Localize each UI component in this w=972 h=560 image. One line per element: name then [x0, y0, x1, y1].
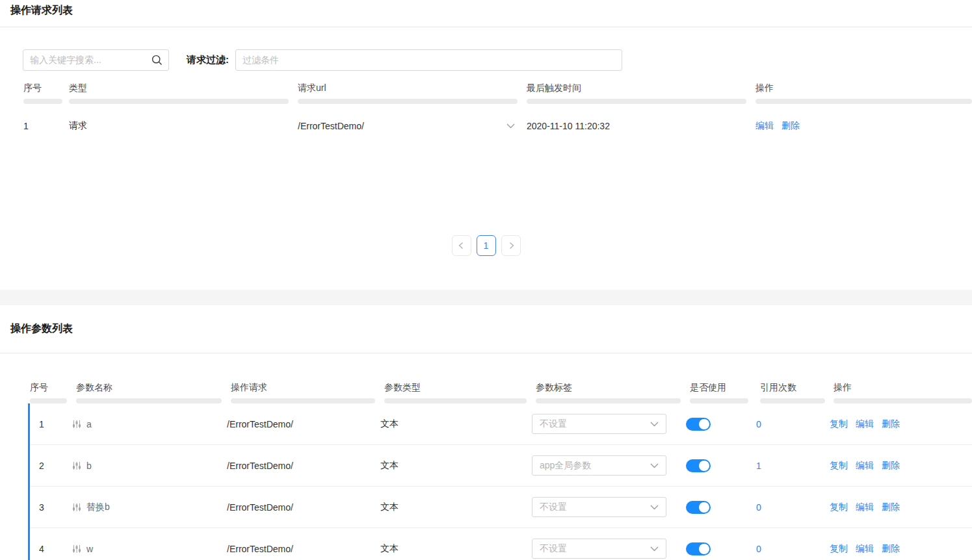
sliders-icon — [72, 461, 81, 470]
table-row: 2b/ErrorTestDemo/文本app全局参数1复制编辑删除 — [30, 445, 972, 487]
edit-link[interactable]: 编辑 — [856, 460, 874, 472]
header-underline-bar — [834, 398, 972, 403]
request-filter-input[interactable] — [235, 49, 622, 71]
toggle-knob — [699, 419, 709, 429]
section-separator-band — [0, 290, 972, 305]
copy-link[interactable]: 复制 — [830, 543, 848, 555]
chevron-down-icon — [650, 463, 659, 468]
ref-count-cell: 1 — [756, 461, 830, 471]
param-tag-value: 不设置 — [540, 502, 567, 513]
param-tag-select[interactable]: 不设置 — [532, 539, 666, 559]
table-row: 1请求/ErrorTestDemo/2020-11-10 11:20:32编辑删… — [23, 112, 972, 140]
row-index: 4 — [30, 544, 72, 554]
action-links: 编辑删除 — [755, 120, 972, 132]
request-list-section: 操作请求列表 请求过滤: 序号类型请求url最后触发时间操作 1请求/Error… — [0, 0, 972, 257]
copy-link[interactable]: 复制 — [830, 460, 848, 472]
column-header-label: 序号 — [30, 381, 76, 394]
ref-count[interactable]: 0 — [756, 419, 761, 429]
row-index: 1 — [23, 121, 69, 131]
column-header-label: 操作 — [834, 381, 972, 394]
header-underline-bar — [298, 99, 518, 104]
header-underline-bar — [76, 398, 222, 403]
delete-link[interactable]: 删除 — [782, 120, 800, 132]
header-underline-bar — [30, 398, 67, 403]
request-table-body: 1请求/ErrorTestDemo/2020-11-10 11:20:32编辑删… — [23, 112, 972, 140]
next-page-button[interactable] — [501, 235, 521, 256]
column-header: 操作请求 — [231, 381, 384, 403]
delete-link[interactable]: 删除 — [882, 543, 900, 555]
toggle-knob — [699, 544, 709, 554]
delete-link[interactable]: 删除 — [882, 502, 900, 513]
param-list-title: 操作参数列表 — [0, 305, 972, 353]
request-table: 序号类型请求url最后触发时间操作 1请求/ErrorTestDemo/2020… — [23, 81, 972, 140]
column-header-label: 引用次数 — [760, 381, 834, 394]
keyword-search-input[interactable] — [30, 55, 151, 65]
action-links: 复制编辑删除 — [830, 502, 972, 513]
request-toolbar: 请求过滤: — [23, 49, 972, 71]
row-actions: 编辑删除 — [755, 120, 972, 132]
column-header-label: 参数类型 — [384, 381, 536, 394]
column-header: 参数类型 — [384, 381, 536, 403]
table-row: 3替换b/ErrorTestDemo/文本不设置0复制编辑删除 — [30, 487, 972, 528]
copy-link[interactable]: 复制 — [830, 418, 848, 430]
edit-link[interactable]: 编辑 — [755, 120, 774, 132]
header-underline-bar — [384, 398, 527, 403]
param-tag-cell: 不设置 — [532, 539, 686, 559]
param-tag-select[interactable]: 不设置 — [532, 414, 666, 434]
request-type: 请求 — [69, 120, 298, 132]
sliders-icon — [72, 544, 81, 554]
usage-toggle[interactable] — [686, 459, 711, 472]
header-underline-bar — [69, 99, 289, 104]
edit-link[interactable]: 编辑 — [856, 502, 874, 513]
usage-cell — [686, 542, 756, 555]
param-name-cell: 替换b — [72, 502, 227, 513]
page-number-button[interactable]: 1 — [477, 235, 496, 256]
ref-count[interactable]: 0 — [756, 502, 761, 513]
param-name: a — [72, 419, 227, 429]
header-underline-bar — [536, 398, 681, 403]
usage-toggle[interactable] — [686, 501, 711, 514]
table-row: 1a/ErrorTestDemo/文本不设置0复制编辑删除 — [30, 403, 972, 445]
param-name: w — [72, 544, 227, 554]
usage-cell — [686, 459, 756, 472]
edit-link[interactable]: 编辑 — [856, 418, 874, 430]
param-type: 文本 — [380, 460, 532, 472]
ref-count-cell: 0 — [756, 419, 830, 429]
usage-toggle[interactable] — [686, 418, 711, 431]
column-header-label: 请求url — [298, 81, 527, 94]
chevron-down-icon[interactable] — [506, 123, 515, 129]
row-actions: 复制编辑删除 — [830, 502, 972, 513]
param-tag-value: app全局参数 — [540, 460, 591, 472]
request-url-dropdown[interactable]: /ErrorTestDemo/ — [298, 121, 527, 131]
request-table-header: 序号类型请求url最后触发时间操作 — [23, 81, 972, 104]
delete-link[interactable]: 删除 — [882, 418, 900, 430]
ref-count[interactable]: 0 — [756, 544, 761, 554]
request-list-title: 操作请求列表 — [0, 0, 972, 27]
column-header: 操作 — [755, 81, 972, 104]
column-header: 序号 — [30, 381, 76, 403]
param-request-url: /ErrorTestDemo/ — [227, 461, 380, 471]
delete-link[interactable]: 删除 — [882, 460, 900, 472]
param-tag-select[interactable]: app全局参数 — [532, 455, 666, 476]
toggle-knob — [699, 502, 709, 513]
copy-link[interactable]: 复制 — [830, 502, 848, 513]
action-links: 复制编辑删除 — [830, 543, 972, 555]
param-list-section: 操作参数列表 序号参数名称操作请求参数类型参数标签是否使用引用次数操作 1a/E… — [0, 305, 972, 560]
header-underline-bar — [760, 398, 825, 403]
search-icon[interactable] — [151, 55, 163, 66]
edit-link[interactable]: 编辑 — [856, 543, 874, 555]
usage-cell — [686, 418, 756, 431]
prev-page-button[interactable] — [452, 235, 471, 256]
request-url-value: /ErrorTestDemo/ — [298, 121, 364, 131]
column-header-label: 最后触发时间 — [527, 81, 755, 94]
row-index: 1 — [30, 419, 72, 429]
usage-toggle[interactable] — [686, 542, 711, 555]
ref-count[interactable]: 1 — [756, 461, 761, 471]
keyword-search-box[interactable] — [23, 49, 169, 71]
param-name-label: b — [86, 461, 92, 471]
param-tag-select[interactable]: 不设置 — [532, 497, 666, 517]
column-header: 类型 — [69, 81, 298, 104]
param-name: b — [72, 461, 227, 471]
param-tag-cell: app全局参数 — [532, 455, 686, 476]
row-actions: 复制编辑删除 — [830, 418, 972, 430]
